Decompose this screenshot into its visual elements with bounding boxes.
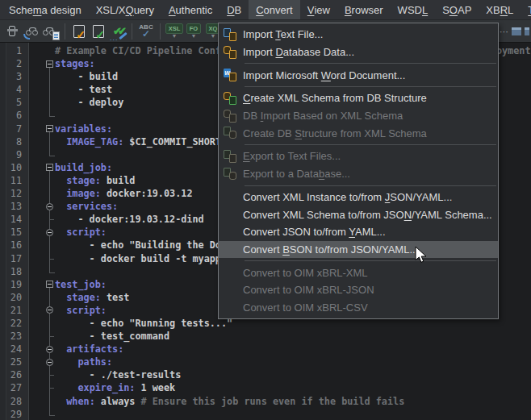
line-number: 24 (0, 343, 29, 356)
fold-toggle-icon[interactable] (29, 356, 54, 368)
line-number: 9 (0, 148, 29, 161)
menu-item-import-microsoft-word-document[interactable]: WImport Microsoft Word Document... (219, 66, 498, 84)
code-text: - test_command (54, 330, 531, 343)
find-icon[interactable] (2, 22, 22, 41)
validate-icon[interactable]: ✓ (69, 22, 89, 41)
menubar-item-authentic[interactable]: Authentic (161, 0, 220, 19)
yaml-value (55, 396, 66, 407)
fold-margin (29, 135, 54, 148)
window-icon[interactable] (512, 27, 521, 35)
menubar-item-xbrl[interactable]: XBRL (479, 0, 521, 19)
fold-margin (29, 291, 54, 304)
menu-icon-spacer (224, 284, 238, 297)
menu-item-create-xml-schema-from-db-structure[interactable]: Create XML Schema from DB Structure (219, 89, 498, 107)
menu-item-export-to-text-files[interactable]: Export to Text Files... (219, 148, 498, 165)
menu-item-convert-bson-to-from-json-yaml[interactable]: Convert BSON to/from JSON/YAML... (219, 241, 498, 259)
fold-toggle-icon[interactable] (29, 200, 54, 213)
menu-item-export-to-a-database[interactable]: Export to a Database... (219, 165, 498, 183)
fold-toggle-icon[interactable] (29, 304, 54, 317)
fold-margin (29, 109, 54, 122)
yaml-value (55, 175, 66, 186)
menu-item-db-import-based-on-xml-schema[interactable]: DB Import Based on XML Schema (219, 107, 498, 125)
menu-item-convert-to-oim-xbrl-csv[interactable]: Convert to OIM xBRL-CSV (219, 299, 498, 317)
line-number: 16 (0, 239, 29, 252)
orange-check-glyph: ✓ (76, 30, 86, 40)
fold-toggle-icon[interactable] (29, 226, 54, 239)
menu-item-convert-json-to-from-yaml[interactable]: Convert JSON to/from YAML... (219, 223, 498, 241)
menubar-item-view[interactable]: View (300, 0, 337, 19)
check-wellformed-icon[interactable]: ✓ (89, 22, 108, 41)
fold-margin (29, 83, 54, 96)
yaml-value: test (101, 292, 130, 303)
fold-margin (29, 44, 54, 57)
code-line-26[interactable]: 26 - ./test-results (0, 368, 531, 381)
code-line-28[interactable]: 28 when: always # Ensure this job runs e… (0, 395, 531, 408)
fold-toggle-icon[interactable] (29, 123, 54, 135)
yaml-value: - ./test-results (55, 369, 181, 380)
menu-item-label: DB Import Based on XML Schema (243, 110, 403, 122)
find-next-icon[interactable] (22, 22, 41, 41)
line-number: 7 (0, 123, 29, 135)
window-icon-partial[interactable] (525, 27, 529, 35)
spellcheck-icon[interactable]: ABC✓ (136, 22, 156, 41)
menu-item-create-db-structure-from-xml-schema[interactable]: Create DB Structure from XML Schema (219, 124, 498, 142)
fo-transform-icon[interactable]: FO▼ (184, 22, 203, 41)
yaml-key: artifacts: (66, 343, 123, 355)
menu-item-label: Export to Text Files... (243, 150, 341, 162)
yaml-value (55, 188, 66, 199)
yaml-key: stage: (66, 175, 101, 186)
menubar-item-schema-design[interactable]: Schema design (2, 0, 89, 19)
menubar-item-xsl-xquery[interactable]: XSL/XQuery (89, 0, 161, 19)
menubar-item-wsdl[interactable]: WSDL (391, 0, 436, 19)
code-line-29[interactable]: 29 (0, 408, 531, 420)
menu-item-label: Import Microsoft Word Document... (243, 69, 405, 81)
menubar-item-tools[interactable]: Tools (521, 0, 531, 19)
menu-item-convert-xml-instance-to-from-json-yaml[interactable]: Convert XML Instance to/from JSON/YAML..… (219, 189, 498, 206)
code-line-27[interactable]: 27 expire_in: 1 week (0, 381, 531, 394)
menubar-item-db[interactable]: DB (220, 0, 249, 19)
menu-item-label: Convert JSON to/from YAML... (243, 226, 386, 238)
fold-toggle-icon[interactable] (29, 57, 54, 70)
menubar-item-convert[interactable]: Convert (249, 0, 300, 19)
yaml-value (55, 136, 66, 148)
yaml-key: image: (66, 188, 101, 199)
validate-edit-icon[interactable]: ✔✔ ... (108, 22, 128, 41)
fold-toggle-icon[interactable] (29, 161, 54, 174)
menu-item-convert-to-oim-xbrl-json[interactable]: Convert to OIM xBRL-JSON (219, 281, 498, 299)
find-in-files-icon[interactable] (41, 22, 61, 41)
code-line-23[interactable]: 23 - test_command (0, 330, 531, 343)
line-number: 26 (0, 368, 29, 381)
yaml-value: - test_command (55, 331, 169, 342)
line-number: 1 (0, 44, 29, 57)
line-number: 28 (0, 395, 29, 408)
green-check-glyph: ✓ (95, 30, 105, 40)
line-number: 12 (0, 187, 29, 200)
yaml-value: - docker:19.03.12-dind (55, 214, 204, 225)
code-line-24[interactable]: 24 artifacts: (0, 343, 531, 356)
yaml-key: build_job: (55, 162, 112, 173)
menu-item-import-database-data[interactable]: Import Database Data... (219, 44, 498, 61)
menubar-item-browser[interactable]: Browser (337, 0, 391, 19)
yaml-key: IMAGE_TAG: (66, 136, 123, 148)
line-number: 25 (0, 356, 29, 368)
menu-item-convert-xml-schema-to-from-json-yaml-schema[interactable]: Convert XML Schema to/from JSON/YAML Sch… (219, 206, 498, 223)
menu-item-label: Convert to OIM xBRL-XML (243, 267, 368, 279)
line-number: 20 (0, 291, 29, 304)
mouse-cursor (415, 247, 428, 268)
menubar-item-soap[interactable]: SOAP (435, 0, 479, 19)
code-text (54, 408, 531, 420)
menu-item-import-text-file[interactable]: Import Text File... (219, 26, 498, 44)
fold-margin (29, 330, 54, 343)
line-number: 29 (0, 408, 29, 420)
menu-item-label: Create XML Schema from DB Structure (243, 92, 427, 104)
fold-toggle-icon[interactable] (29, 343, 54, 356)
fold-toggle-icon[interactable] (29, 278, 54, 291)
menu-separator (245, 86, 496, 87)
xsl-badge-glyph: XSL▼ (165, 23, 184, 39)
create-xml-schema-from-db-icon (224, 92, 238, 105)
xsl-transform-icon[interactable]: XSL▼ (165, 22, 184, 41)
line-number: 17 (0, 252, 29, 265)
fold-margin (29, 368, 54, 381)
code-line-25[interactable]: 25 paths: (0, 356, 531, 368)
menu-item-convert-to-oim-xbrl-xml[interactable]: Convert to OIM xBRL-XML (219, 264, 498, 281)
